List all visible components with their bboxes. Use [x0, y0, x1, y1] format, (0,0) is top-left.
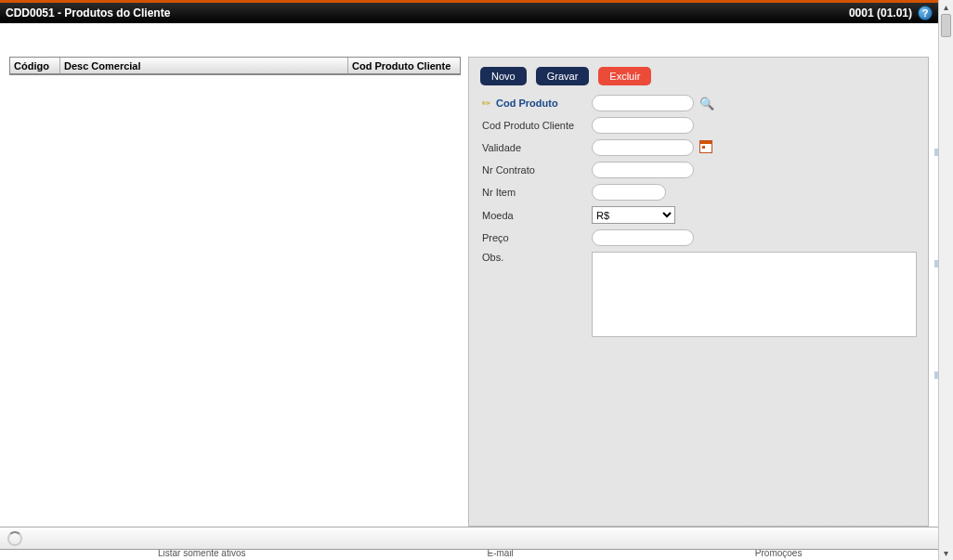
label-obs: Obs. — [480, 252, 592, 263]
under-frag-2: E-mail — [488, 549, 514, 558]
input-validade[interactable] — [592, 139, 694, 156]
input-cod-produto[interactable] — [592, 95, 694, 111]
content-row: Código Desc Comercial Cod Produto Client… — [0, 23, 938, 527]
spinner-icon — [7, 531, 22, 546]
label-moeda: Moeda — [480, 210, 592, 221]
row-cod-produto-cliente: Cod Produto Cliente — [480, 117, 917, 134]
row-moeda: Moeda R$ — [480, 206, 917, 224]
title-bar: CDD0051 - Produtos do Cliente 0001 (01.0… — [0, 3, 938, 23]
left-panel: Código Desc Comercial Cod Produto Client… — [0, 23, 461, 527]
version-label: 0001 (01.01) — [849, 7, 912, 20]
label-nr-item: Nr Item — [480, 187, 592, 198]
label-nr-contrato: Nr Contrato — [480, 164, 592, 176]
select-moeda[interactable]: R$ — [592, 206, 675, 224]
right-panel: Novo Gravar Excluir ✏ Cod Produto 🔍 Cod … — [461, 23, 938, 527]
row-obs: Obs. — [480, 252, 917, 337]
scroll-down-icon[interactable]: ▾ — [944, 546, 948, 560]
novo-button[interactable]: Novo — [480, 67, 527, 85]
outer-scrollbar[interactable]: ▴ ▾ — [938, 0, 953, 560]
help-icon[interactable]: ? — [918, 6, 933, 20]
gravar-button[interactable]: Gravar — [536, 67, 590, 85]
input-preco[interactable] — [592, 229, 694, 246]
form-box: Novo Gravar Excluir ✏ Cod Produto 🔍 Cod … — [468, 57, 929, 527]
under-frag-1: Listar somente ativos — [158, 549, 246, 558]
input-cod-produto-cliente[interactable] — [592, 117, 694, 134]
calendar-icon[interactable] — [699, 140, 712, 156]
underlying-window-peek: Listar somente ativos E-mail Promoções — [0, 549, 938, 560]
scroll-thumb[interactable] — [941, 14, 951, 37]
app-window: ▴ ▾ CDD0051 - Produtos do Cliente 0001 (… — [0, 0, 953, 560]
input-nr-contrato[interactable] — [592, 162, 694, 178]
lookup-icon[interactable]: 🔍 — [699, 97, 714, 111]
grid-header: Código Desc Comercial Cod Produto Client… — [10, 58, 460, 74]
product-grid[interactable]: Código Desc Comercial Cod Produto Client… — [9, 57, 461, 75]
label-preco: Preço — [480, 232, 592, 243]
key-icon: ✏ — [480, 98, 491, 110]
row-validade: Validade — [480, 139, 917, 156]
row-preco: Preço — [480, 229, 917, 246]
row-nr-contrato: Nr Contrato — [480, 162, 917, 178]
button-row: Novo Gravar Excluir — [480, 67, 917, 85]
excluir-button[interactable]: Excluir — [598, 67, 651, 85]
input-nr-item[interactable] — [592, 184, 666, 201]
window-title: CDD0051 - Produtos do Cliente — [6, 7, 849, 20]
row-nr-item: Nr Item — [480, 184, 917, 201]
row-cod-produto: ✏ Cod Produto 🔍 — [480, 95, 917, 111]
col-cpc[interactable]: Cod Produto Cliente — [348, 58, 460, 73]
col-codigo[interactable]: Código — [10, 58, 60, 73]
scroll-up-icon[interactable]: ▴ — [944, 0, 948, 14]
label-validade: Validade — [480, 142, 592, 153]
textarea-obs[interactable] — [592, 252, 917, 337]
right-edge-artifact — [934, 149, 938, 390]
label-cod-produto-cliente: Cod Produto Cliente — [480, 120, 592, 131]
inner-area: CDD0051 - Produtos do Cliente 0001 (01.0… — [0, 0, 938, 560]
under-frag-3: Promoções — [755, 549, 803, 558]
col-desc[interactable]: Desc Comercial — [60, 58, 348, 73]
status-bar — [0, 527, 938, 549]
label-cod-produto: Cod Produto — [494, 98, 592, 109]
